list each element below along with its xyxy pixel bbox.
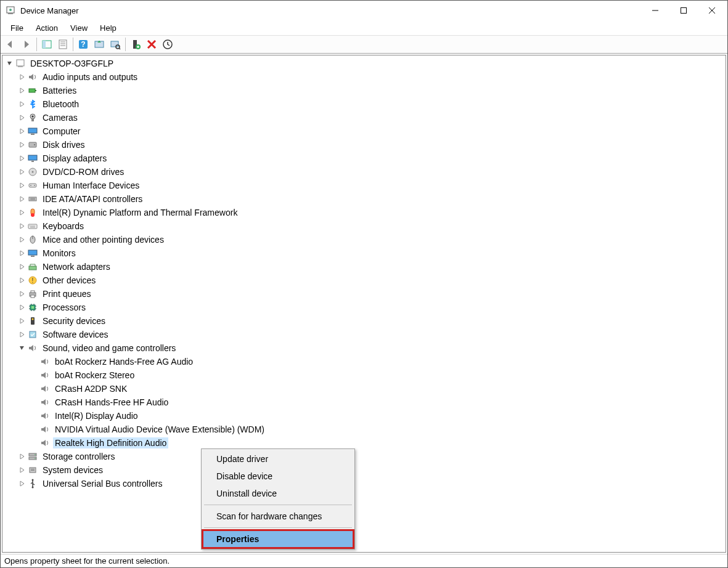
- tree-category-sound[interactable]: Sound, video and game controllers: [2, 341, 726, 355]
- audio-icon: [39, 437, 51, 448]
- tree-category[interactable]: Bluetooth: [2, 97, 726, 111]
- expander-closed-icon[interactable]: [17, 167, 27, 177]
- toolbar-properties-button[interactable]: [55, 37, 70, 52]
- tree-device[interactable]: boAt Rockerz Hands-Free AG Audio: [2, 355, 726, 368]
- expander-closed-icon[interactable]: [17, 153, 27, 163]
- expander-closed-icon[interactable]: [17, 126, 27, 136]
- toolbar-add-driver-button[interactable]: [128, 37, 143, 52]
- tree-category[interactable]: Storage controllers: [2, 450, 726, 463]
- tree-category[interactable]: Computer: [2, 124, 726, 138]
- expander-closed-icon[interactable]: [17, 479, 27, 489]
- expander-closed-icon[interactable]: [17, 99, 27, 109]
- expander-open-icon[interactable]: [5, 59, 15, 68]
- tree-category[interactable]: System devices: [2, 463, 726, 477]
- thermal-icon: [27, 207, 38, 218]
- toolbar-separator: [125, 38, 126, 51]
- context-menu-item[interactable]: Update driver: [203, 450, 353, 468]
- window-controls: [641, 1, 726, 20]
- tree-label: Audio inputs and outputs: [41, 71, 139, 83]
- tree-device[interactable]: Realtek High Definition Audio: [2, 436, 726, 450]
- tree-label: Intel(R) Display Audio: [53, 410, 140, 421]
- tree-category[interactable]: Network adapters: [2, 260, 726, 274]
- app-icon: [6, 6, 15, 15]
- expander-closed-icon[interactable]: [17, 86, 27, 95]
- svg-rect-44: [29, 197, 36, 201]
- expander-closed-icon[interactable]: [17, 289, 27, 299]
- expander-closed-icon[interactable]: [17, 221, 27, 231]
- toolbar-update-driver-button[interactable]: [92, 37, 107, 52]
- expander-closed-icon[interactable]: [17, 194, 27, 204]
- tree-category[interactable]: Disk drives: [2, 138, 726, 152]
- tree-category[interactable]: Mice and other pointing devices: [2, 233, 726, 246]
- tree-category[interactable]: Security devices: [2, 314, 726, 328]
- toolbar-enable-disable-button[interactable]: [160, 37, 175, 52]
- tree-category[interactable]: Cameras: [2, 111, 726, 124]
- other-icon: !: [27, 275, 38, 286]
- tree-device[interactable]: CRasH A2DP SNK: [2, 382, 726, 396]
- toolbar-scan-button[interactable]: [108, 37, 123, 52]
- menu-file[interactable]: File: [4, 22, 30, 34]
- context-menu-item[interactable]: Uninstall device: [203, 485, 353, 502]
- tree-label: Batteries: [41, 85, 78, 96]
- tree-label: Keyboards: [41, 221, 86, 232]
- menu-help[interactable]: Help: [94, 22, 123, 34]
- close-button[interactable]: [698, 1, 726, 20]
- toolbar-help-button[interactable]: ?: [76, 37, 91, 52]
- svg-rect-52: [32, 225, 33, 226]
- toolbar-show-hide-tree-button[interactable]: [39, 37, 54, 52]
- svg-point-86: [32, 479, 34, 481]
- expander-closed-icon[interactable]: [17, 275, 27, 285]
- toolbar-back-button[interactable]: [3, 37, 18, 52]
- tree-category[interactable]: Intel(R) Dynamic Platform and Thermal Fr…: [2, 206, 726, 219]
- device-tree-pane[interactable]: DESKTOP-O3FGFLPAudio inputs and outputsB…: [2, 55, 726, 553]
- tree-label: CRasH A2DP SNK: [53, 383, 129, 394]
- context-menu-item-properties[interactable]: Properties: [203, 530, 353, 548]
- minimize-button[interactable]: [641, 1, 669, 20]
- tree-device[interactable]: boAt Rockerz Stereo: [2, 368, 726, 382]
- expander-closed-icon[interactable]: [17, 140, 27, 150]
- expander-closed-icon[interactable]: [17, 330, 27, 339]
- expander-closed-icon[interactable]: [17, 181, 27, 190]
- svg-rect-54: [35, 225, 35, 226]
- tree-category[interactable]: DVD/CD-ROM drives: [2, 165, 726, 179]
- expander-closed-icon[interactable]: [17, 452, 27, 461]
- tree-category[interactable]: Audio inputs and outputs: [2, 70, 726, 84]
- tree-category[interactable]: Monitors: [2, 246, 726, 260]
- menu-action[interactable]: Action: [30, 22, 64, 34]
- expander-closed-icon[interactable]: [17, 235, 27, 245]
- maximize-button[interactable]: [669, 1, 698, 20]
- tree-device[interactable]: Intel(R) Display Audio: [2, 409, 726, 423]
- tree-category[interactable]: IDE ATA/ATAPI controllers: [2, 192, 726, 206]
- menu-view[interactable]: View: [64, 22, 94, 34]
- toolbar-forward-button[interactable]: [19, 37, 34, 52]
- svg-rect-9: [59, 40, 67, 49]
- tree-device[interactable]: NVIDIA Virtual Audio Device (Wave Extens…: [2, 423, 726, 436]
- expander-closed-icon[interactable]: [17, 72, 27, 82]
- svg-rect-33: [28, 128, 37, 133]
- tree-category[interactable]: Human Interface Devices: [2, 179, 726, 192]
- tree-category[interactable]: Batteries: [2, 84, 726, 97]
- expander-closed-icon[interactable]: [17, 262, 27, 272]
- tree-category[interactable]: Universal Serial Bus controllers: [2, 477, 726, 490]
- tree-category[interactable]: Display adapters: [2, 152, 726, 165]
- expander-closed-icon[interactable]: [17, 113, 27, 123]
- expander-closed-icon[interactable]: [17, 302, 27, 312]
- context-menu-item[interactable]: Scan for hardware changes: [203, 508, 353, 525]
- context-menu-item[interactable]: Disable device: [203, 468, 353, 485]
- tree-label: Disk drives: [41, 139, 86, 150]
- svg-text:?: ?: [81, 40, 85, 49]
- toolbar-uninstall-button[interactable]: [144, 37, 159, 52]
- expander-closed-icon[interactable]: [17, 208, 27, 217]
- tree-category[interactable]: !Other devices: [2, 274, 726, 287]
- tree-category[interactable]: Keyboards: [2, 219, 726, 233]
- tree-root[interactable]: DESKTOP-O3FGFLP: [2, 57, 726, 70]
- expander-closed-icon[interactable]: [17, 316, 27, 326]
- tree-category[interactable]: Processors: [2, 301, 726, 314]
- expander-closed-icon[interactable]: [17, 248, 27, 258]
- expander-open-icon[interactable]: [17, 343, 27, 353]
- tree-category[interactable]: Software devices: [2, 328, 726, 341]
- mouse-icon: [27, 234, 38, 245]
- tree-category[interactable]: Print queues: [2, 287, 726, 301]
- tree-device[interactable]: CRasH Hands-Free HF Audio: [2, 396, 726, 409]
- expander-closed-icon[interactable]: [17, 465, 27, 475]
